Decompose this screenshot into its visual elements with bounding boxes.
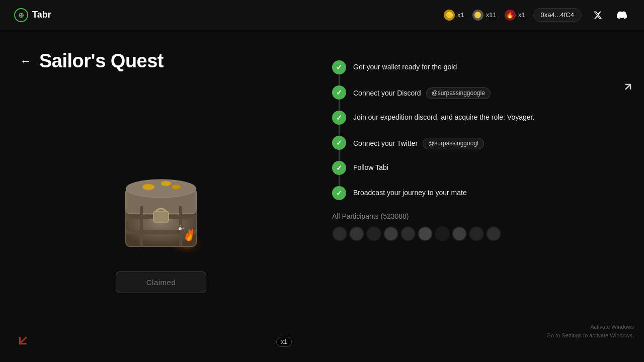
connector-line-5	[339, 175, 340, 186]
badge-silver: 🪙 x11	[472, 10, 497, 21]
expand-button[interactable]	[622, 80, 634, 97]
participants-title: All Participants (523088)	[332, 212, 624, 220]
quest-text-4: Connect your Twitter	[353, 139, 418, 149]
avatar-4	[400, 226, 416, 241]
connector-line-3	[339, 125, 340, 136]
quest-item-2: ✓Connect your Discord@surpassinggoogle	[332, 85, 624, 111]
quest-text-3: Join our expedition discord, and acquire…	[353, 113, 534, 123]
svg-point-10	[161, 181, 171, 186]
chest-area: x1 Claimed	[20, 92, 302, 362]
quest-text-2: Connect your Discord	[353, 88, 421, 99]
page-title: Sailor's Quest	[39, 50, 164, 72]
check-icon-3: ✓	[332, 111, 346, 125]
avatar-9	[486, 226, 501, 241]
windows-watermark: Activate Windows Go to Settings to activ…	[546, 323, 634, 339]
svg-rect-7	[179, 206, 182, 246]
check-icon-5: ✓	[332, 161, 346, 175]
logo-icon: ⊕	[14, 8, 28, 22]
badge-red-count: x1	[518, 11, 525, 19]
watermark-line1: Activate Windows	[546, 323, 634, 331]
x1-badge: x1	[276, 337, 292, 347]
svg-point-11	[172, 185, 181, 190]
svg-rect-6	[140, 206, 143, 246]
logo[interactable]: ⊕ Tabr	[14, 8, 51, 22]
avatar-7	[452, 226, 467, 241]
svg-point-12	[179, 227, 182, 230]
avatar-3	[383, 226, 398, 241]
svg-rect-5	[126, 230, 196, 234]
svg-point-9	[142, 184, 154, 190]
fire-badge-icon: 🔥	[505, 10, 516, 21]
quest-item-3: ✓Join our expedition discord, and acquir…	[332, 111, 624, 136]
connector-line-2	[339, 100, 340, 111]
gold-badge-icon: 🪙	[444, 10, 455, 21]
quest-item-6: ✓Broadcast your journey to your mate	[332, 186, 624, 200]
avatar-5	[418, 226, 433, 241]
check-icon-6: ✓	[332, 186, 346, 200]
connector-line-4	[339, 150, 340, 161]
discord-nav-button[interactable]	[614, 7, 630, 23]
quest-text-5: Follow Tabi	[353, 163, 388, 173]
collapse-button[interactable]	[15, 332, 31, 352]
main-content: ← Sailor's Quest	[0, 30, 644, 362]
claimed-button[interactable]: Claimed	[116, 272, 207, 293]
avatar-2	[366, 226, 381, 241]
connector-line-1	[339, 74, 340, 85]
chest-image	[106, 161, 216, 261]
silver-badge-icon: 🪙	[472, 10, 484, 21]
avatar-0	[332, 226, 347, 241]
app-name: Tabr	[32, 10, 51, 20]
watermark-line2: Go to Settings to activate Windows.	[546, 331, 634, 340]
quest-item-4: ✓Connect your Twitter@surpassinggoogl	[332, 136, 624, 161]
quest-text-1: Get your wallet ready for the gold	[353, 62, 457, 72]
participants-section: All Participants (523088)	[332, 212, 624, 241]
badge-red: 🔥 x1	[505, 10, 525, 21]
twitter-nav-button[interactable]	[590, 7, 606, 23]
page-header: ← Sailor's Quest	[20, 50, 302, 72]
check-icon-4: ✓	[332, 136, 346, 150]
avatar-8	[469, 226, 484, 241]
left-panel: ← Sailor's Quest	[20, 30, 302, 362]
avatar-6	[435, 226, 450, 241]
participant-avatars	[332, 226, 624, 241]
badge-gold-count: x1	[457, 11, 464, 19]
avatar-1	[349, 226, 364, 241]
quest-item-5: ✓Follow Tabi	[332, 161, 624, 186]
badge-silver-count: x11	[486, 11, 497, 19]
svg-point-3	[126, 179, 196, 198]
right-panel: ✓Get your wallet ready for the gold✓Conn…	[302, 30, 624, 362]
badge-gold: 🪙 x1	[444, 10, 464, 21]
discord-tag-2: @surpassinggoogle	[426, 87, 491, 99]
twitter-tag-4: @surpassinggoogl	[423, 138, 484, 149]
svg-rect-8	[153, 211, 169, 222]
quest-text-6: Broadcast your journey to your mate	[353, 188, 467, 198]
nav-right: 🪙 x1 🪙 x11 🔥 x1 0xa4...4fC4	[444, 7, 630, 23]
topbar: ⊕ Tabr 🪙 x1 🪙 x11 🔥 x1 0xa4...4fC4	[0, 0, 644, 30]
quest-list: ✓Get your wallet ready for the gold✓Conn…	[332, 60, 624, 200]
check-icon-1: ✓	[332, 60, 346, 74]
back-button[interactable]: ←	[20, 55, 31, 68]
wallet-address[interactable]: 0xa4...4fC4	[533, 8, 582, 22]
check-icon-2: ✓	[332, 85, 346, 100]
quest-item-1: ✓Get your wallet ready for the gold	[332, 60, 624, 85]
